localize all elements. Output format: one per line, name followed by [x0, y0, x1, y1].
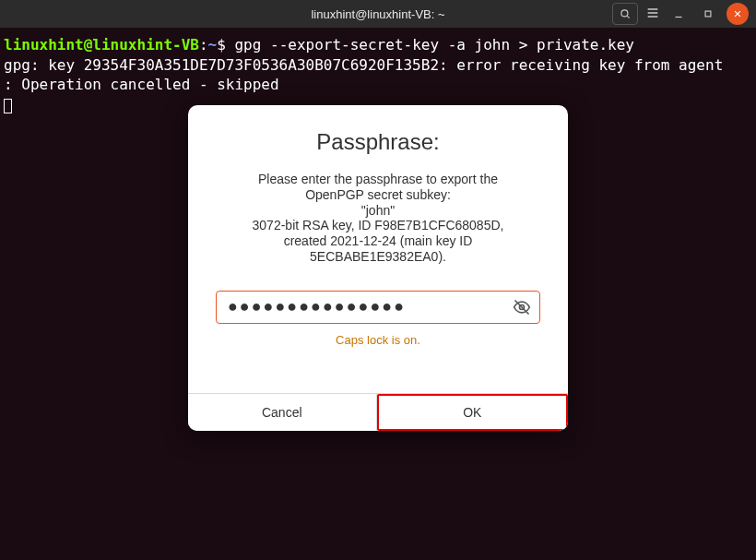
modal-overlay: Passphrase: Please enter the passphrase …	[0, 0, 756, 560]
cancel-button[interactable]: Cancel	[188, 394, 377, 431]
dialog-text-line: 3072-bit RSA key, ID F98E7B1CFC68085D,	[216, 218, 540, 233]
dialog-text-line: Please enter the passphrase to export th…	[216, 172, 540, 187]
password-field-wrapper	[216, 291, 540, 324]
ok-button[interactable]: OK	[377, 394, 569, 431]
dialog-title: Passphrase:	[216, 129, 540, 155]
dialog-text-line: "john"	[216, 203, 540, 219]
caps-lock-warning: Caps lock is on.	[216, 333, 540, 347]
dialog-text-line: created 2021-12-24 (main key ID	[216, 233, 540, 249]
toggle-visibility-icon[interactable]	[513, 298, 531, 316]
passphrase-input[interactable]	[216, 291, 540, 324]
dialog-actions: Cancel OK	[188, 393, 568, 431]
dialog-body: Passphrase: Please enter the passphrase …	[188, 105, 568, 393]
passphrase-dialog: Passphrase: Please enter the passphrase …	[188, 105, 568, 431]
dialog-text-line: 5ECBABE1E9382EA0).	[216, 249, 540, 265]
dialog-text-line: OpenPGP secret subkey:	[216, 187, 540, 203]
dialog-description: Please enter the passphrase to export th…	[216, 172, 540, 265]
